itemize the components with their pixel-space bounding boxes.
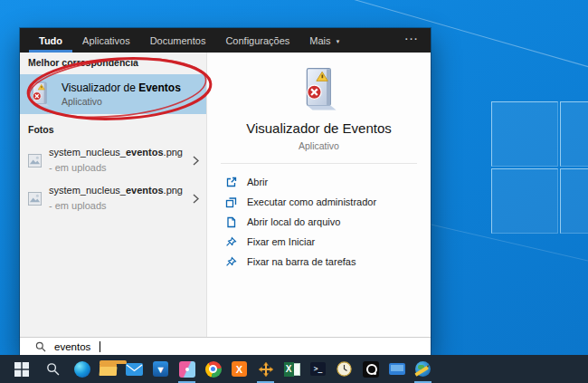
search-icon: [46, 362, 60, 376]
text-caret: [100, 341, 100, 352]
xampp-icon: X: [232, 361, 247, 377]
preview-subtitle: Aplicativo: [299, 140, 339, 151]
logo-pane: [560, 168, 588, 234]
preview-divider: [221, 163, 417, 164]
photos-header: Fotos: [20, 124, 206, 135]
excel-icon: X: [284, 362, 300, 377]
file-location: - em uploads: [49, 162, 107, 173]
file-name-highlight: eventos: [126, 147, 164, 158]
file-ext: .png: [164, 147, 183, 158]
taskbar-search-button[interactable]: [37, 355, 69, 383]
tab-aplicativos[interactable]: Aplicativos: [72, 28, 140, 53]
search-icon: [35, 341, 46, 352]
best-match-title-highlight: Eventos: [138, 81, 181, 94]
file-name: system_nucleus_: [49, 147, 126, 158]
action-pin-to-taskbar[interactable]: Fixar na barra de tarefas: [225, 252, 431, 272]
best-match-header: Melhor correspondência: [20, 57, 206, 68]
file-explorer-icon: [100, 363, 117, 376]
chrome-icon: [205, 361, 222, 378]
preview-panel: Visualizador de Eventos Aplicativo Abrir: [206, 53, 431, 337]
open-icon: [225, 177, 237, 188]
chevron-down-icon: ▼: [336, 39, 341, 44]
action-label: Fixar em Iniciar: [247, 236, 315, 247]
action-label: Abrir: [247, 177, 268, 187]
taskbar-button-edge[interactable]: [69, 355, 95, 383]
photo-editor-icon: [179, 361, 195, 378]
taskbar-button-file-explorer[interactable]: [95, 355, 121, 383]
mail-icon: [126, 363, 143, 376]
logo-pane: [491, 168, 558, 234]
action-list: Abrir Executar como administrador: [207, 172, 431, 272]
file-name-highlight: eventos: [126, 185, 164, 196]
action-label: Fixar na barra de tarefas: [247, 256, 356, 267]
search-input[interactable]: eventos: [20, 337, 431, 355]
action-open[interactable]: Abrir: [225, 172, 431, 192]
pin-to-start-icon: [225, 236, 237, 248]
taskbar-button-globe-pencil-app[interactable]: [410, 355, 436, 383]
taskbar-button-xampp[interactable]: X: [226, 355, 252, 383]
search-filter-tabbar: Tudo Aplicativos Documentos Configuraçõe…: [20, 28, 431, 53]
taskbar-button-video-app[interactable]: [384, 355, 410, 383]
best-match-subtitle: Aplicativo: [62, 96, 181, 107]
windows-search-flyout: Tudo Aplicativos Documentos Configuraçõe…: [20, 28, 431, 355]
photo-result-row[interactable]: system_nucleus_eventos.png - em uploads: [20, 179, 206, 217]
taskbar-button-clock-app[interactable]: [331, 355, 357, 383]
event-viewer-icon-large: [299, 65, 340, 112]
action-open-file-location[interactable]: Abrir local do arquivo: [225, 212, 431, 232]
results-list-panel: Melhor correspondência: [20, 53, 206, 337]
photo-result-text: system_nucleus_eventos.png - em uploads: [49, 183, 183, 214]
file-name: system_nucleus_: [49, 185, 126, 196]
event-viewer-icon: [28, 81, 52, 108]
clock-icon: [337, 361, 352, 377]
taskbar-button-arrows-app[interactable]: [252, 355, 279, 383]
taskbar-button-chrome[interactable]: [200, 355, 226, 383]
image-file-icon: [28, 154, 42, 168]
photo-result-text: system_nucleus_eventos.png - em uploads: [49, 145, 183, 176]
file-location-icon: [225, 216, 237, 228]
more-options-button[interactable]: ...: [405, 31, 419, 42]
file-location: - em uploads: [49, 200, 107, 211]
webcam-icon: [363, 361, 379, 378]
taskbar-button-terminal[interactable]: >_: [305, 355, 331, 383]
action-label: Abrir local do arquivo: [247, 216, 340, 227]
tab-documentos[interactable]: Documentos: [140, 28, 216, 53]
taskbar-button-download-manager[interactable]: ▼: [147, 355, 174, 383]
image-file-icon: [28, 192, 42, 206]
run-as-admin-icon: [225, 196, 237, 208]
logo-pane: [560, 101, 588, 167]
preview-title: Visualizador de Eventos: [246, 120, 392, 136]
best-match-text: Visualizador de Eventos Aplicativo: [62, 81, 181, 107]
taskbar-button-webcam-app[interactable]: [357, 355, 384, 383]
video-app-icon: [389, 363, 405, 375]
taskbar-button-mail[interactable]: [121, 355, 147, 383]
best-match-row[interactable]: Visualizador de Eventos Aplicativo: [20, 74, 206, 114]
file-ext: .png: [164, 185, 183, 196]
tab-mais-label: Mais: [309, 35, 330, 46]
screen: Tudo Aplicativos Documentos Configuraçõe…: [0, 0, 588, 383]
terminal-icon: >_: [310, 362, 326, 376]
tab-configuracoes[interactable]: Configurações: [215, 28, 299, 53]
taskbar-button-photo-editor[interactable]: [174, 355, 200, 383]
taskbar-button-excel[interactable]: X: [279, 355, 305, 383]
windows-start-icon: [14, 362, 29, 377]
tab-mais[interactable]: Mais ▼: [299, 28, 350, 53]
photo-result-row[interactable]: system_nucleus_eventos.png - em uploads: [20, 141, 206, 179]
chevron-right-icon[interactable]: [193, 194, 199, 204]
pin-to-taskbar-icon: [225, 256, 237, 268]
orange-arrows-icon: [258, 361, 274, 378]
start-button[interactable]: [5, 355, 37, 383]
action-label: Executar como administrador: [247, 196, 376, 207]
search-query-text: eventos: [54, 341, 90, 352]
chevron-right-icon[interactable]: [193, 156, 199, 166]
edge-icon: [74, 361, 90, 378]
action-pin-to-start[interactable]: Fixar em Iniciar: [225, 232, 431, 252]
tab-tudo[interactable]: Tudo: [29, 28, 72, 53]
download-arrow-icon: ▼: [153, 361, 168, 377]
globe-pencil-icon: [415, 361, 431, 377]
taskbar: ▼ X X >_: [0, 355, 588, 383]
action-run-as-admin[interactable]: Executar como administrador: [225, 192, 431, 212]
logo-pane: [491, 101, 558, 167]
search-results-body: Melhor correspondência: [20, 53, 431, 337]
best-match-title: Visualizador de: [62, 81, 138, 94]
